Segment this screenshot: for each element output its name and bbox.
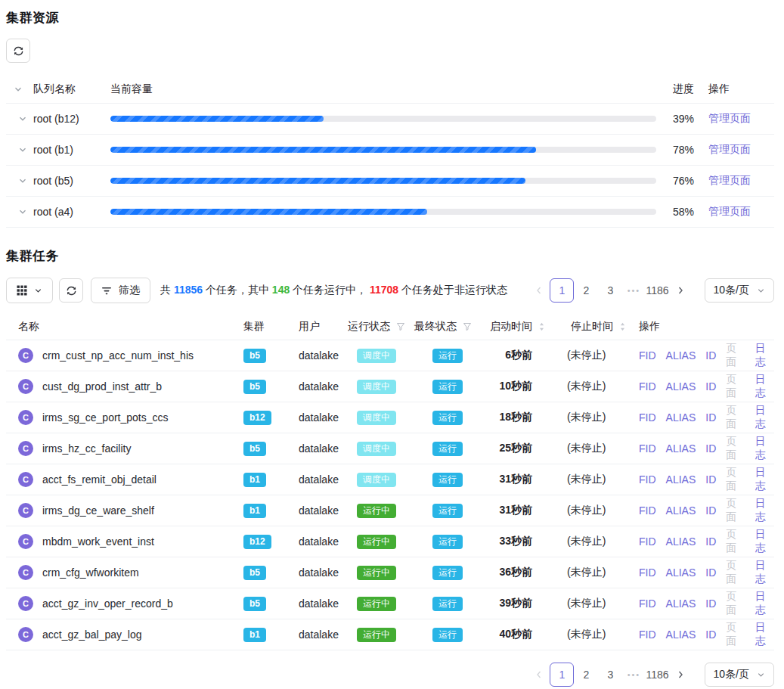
op-link-fid[interactable]: FID bbox=[639, 411, 656, 424]
op-link-alias[interactable]: ALIAS bbox=[666, 566, 696, 579]
page-size-select[interactable]: 10条/页 bbox=[705, 663, 774, 687]
op-link-fid[interactable]: FID bbox=[639, 504, 656, 517]
expand-chevron-down-icon[interactable] bbox=[18, 114, 27, 123]
op-link-fid[interactable]: FID bbox=[639, 473, 656, 486]
op-link-fid[interactable]: FID bbox=[639, 442, 656, 455]
op-link-日志[interactable]: 日志 bbox=[755, 621, 774, 648]
page-number-last[interactable]: 1186 bbox=[645, 278, 669, 303]
user-name: datalake bbox=[299, 442, 339, 455]
stop-time: (未停止) bbox=[567, 380, 606, 392]
op-link-id[interactable]: ID bbox=[705, 504, 716, 517]
op-link-日志[interactable]: 日志 bbox=[755, 497, 774, 524]
sorter-icon[interactable] bbox=[619, 321, 626, 332]
expand-chevron-down-icon[interactable] bbox=[18, 207, 27, 216]
capacity-progress-bar bbox=[110, 116, 656, 122]
manage-page-link[interactable]: 管理页面 bbox=[708, 143, 751, 155]
page-number-2[interactable]: 2 bbox=[574, 663, 598, 687]
cluster-badge: b5 bbox=[243, 566, 266, 580]
sorter-icon[interactable] bbox=[538, 321, 545, 332]
manage-page-link[interactable]: 管理页面 bbox=[708, 112, 751, 124]
op-link-页面: 页面 bbox=[726, 559, 745, 586]
task-row: C irms_hz_cc_facility b5 datalake 调度中 运行… bbox=[6, 433, 774, 464]
prev-page-button[interactable] bbox=[528, 663, 550, 687]
op-link-alias[interactable]: ALIAS bbox=[666, 597, 696, 610]
op-link-fid[interactable]: FID bbox=[639, 380, 656, 393]
page-number-2[interactable]: 2 bbox=[574, 278, 598, 303]
op-link-日志[interactable]: 日志 bbox=[755, 373, 774, 400]
op-link-alias[interactable]: ALIAS bbox=[666, 411, 696, 424]
page-number-3[interactable]: 3 bbox=[598, 278, 622, 303]
op-link-alias[interactable]: ALIAS bbox=[666, 442, 696, 455]
expand-chevron-down-icon[interactable] bbox=[18, 145, 27, 154]
actions-column-header: 操作 bbox=[708, 82, 730, 95]
collapse-all-chevron-down-icon[interactable] bbox=[14, 85, 23, 94]
final-status-badge: 运行 bbox=[432, 473, 463, 487]
run-status-badge: 调度中 bbox=[357, 349, 396, 363]
start-time: 25秒前 bbox=[499, 442, 532, 454]
op-link-日志[interactable]: 日志 bbox=[755, 404, 774, 431]
manage-page-link[interactable]: 管理页面 bbox=[708, 174, 751, 186]
prev-page-button[interactable] bbox=[528, 278, 550, 303]
op-link-id[interactable]: ID bbox=[705, 380, 716, 393]
expand-chevron-down-icon[interactable] bbox=[18, 176, 27, 185]
next-page-button[interactable] bbox=[670, 663, 691, 687]
op-link-id[interactable]: ID bbox=[705, 597, 716, 610]
page-number-1[interactable]: 1 bbox=[550, 663, 574, 687]
op-link-fid[interactable]: FID bbox=[639, 349, 656, 362]
next-page-button[interactable] bbox=[670, 278, 691, 303]
op-link-fid[interactable]: FID bbox=[639, 566, 656, 579]
op-link-id[interactable]: ID bbox=[705, 473, 716, 486]
page-ellipsis[interactable]: ••• bbox=[622, 286, 645, 295]
progress-percent: 39% bbox=[673, 113, 694, 125]
page-size-select[interactable]: 10条/页 bbox=[705, 278, 774, 303]
op-link-日志[interactable]: 日志 bbox=[755, 559, 774, 586]
op-link-alias[interactable]: ALIAS bbox=[666, 380, 696, 393]
manage-page-link[interactable]: 管理页面 bbox=[708, 205, 751, 217]
page-number-last[interactable]: 1186 bbox=[645, 663, 669, 687]
op-link-日志[interactable]: 日志 bbox=[755, 342, 774, 369]
chevron-right-icon bbox=[676, 286, 685, 295]
task-avatar: C bbox=[18, 565, 33, 580]
capacity-column-header: 当前容量 bbox=[110, 82, 153, 95]
op-link-id[interactable]: ID bbox=[705, 566, 716, 579]
op-link-id[interactable]: ID bbox=[705, 411, 716, 424]
op-link-id[interactable]: ID bbox=[705, 442, 716, 455]
op-link-alias[interactable]: ALIAS bbox=[666, 473, 696, 486]
op-link-id[interactable]: ID bbox=[705, 628, 716, 641]
op-link-alias[interactable]: ALIAS bbox=[666, 349, 696, 362]
op-link-日志[interactable]: 日志 bbox=[755, 435, 774, 462]
cluster-badge: b5 bbox=[243, 349, 266, 363]
task-row: C acct_gz_inv_oper_record_b b5 datalake … bbox=[6, 588, 774, 619]
cluster-page: 集群资源 队列名称 当前容量 进度 操作 root (b12 bbox=[0, 0, 784, 687]
op-link-fid[interactable]: FID bbox=[639, 597, 656, 610]
op-link-日志[interactable]: 日志 bbox=[755, 590, 774, 617]
filter-button-label: 筛选 bbox=[119, 284, 140, 297]
op-link-fid[interactable]: FID bbox=[639, 628, 656, 641]
op-link-日志[interactable]: 日志 bbox=[755, 466, 774, 493]
queue-name-column-header: 队列名称 bbox=[33, 82, 76, 96]
task-avatar: C bbox=[18, 534, 33, 549]
op-link-id[interactable]: ID bbox=[705, 535, 716, 548]
page-ellipsis[interactable]: ••• bbox=[622, 670, 645, 679]
op-link-日志[interactable]: 日志 bbox=[755, 528, 774, 555]
final-status-column-header: 最终状态 bbox=[414, 320, 457, 334]
filter-funnel-icon[interactable] bbox=[396, 322, 405, 331]
column-settings-button[interactable] bbox=[6, 278, 53, 303]
queue-row: root (b5) 76% 管理页面 bbox=[6, 166, 774, 197]
page-number-3[interactable]: 3 bbox=[598, 663, 622, 687]
start-time: 40秒前 bbox=[499, 628, 532, 640]
tasks-refresh-button[interactable] bbox=[59, 278, 83, 303]
op-link-alias[interactable]: ALIAS bbox=[666, 628, 696, 641]
op-link-alias[interactable]: ALIAS bbox=[666, 535, 696, 548]
filter-button[interactable]: 筛选 bbox=[91, 278, 150, 303]
resources-refresh-button[interactable] bbox=[6, 39, 30, 63]
cluster-badge: b1 bbox=[243, 628, 266, 642]
op-link-fid[interactable]: FID bbox=[639, 535, 656, 548]
page-number-1[interactable]: 1 bbox=[550, 278, 574, 303]
op-link-alias[interactable]: ALIAS bbox=[666, 504, 696, 517]
chevron-right-icon bbox=[676, 670, 685, 679]
filter-funnel-icon[interactable] bbox=[463, 322, 472, 331]
op-link-id[interactable]: ID bbox=[705, 349, 716, 362]
user-name: datalake bbox=[299, 411, 339, 424]
user-name: datalake bbox=[299, 628, 339, 641]
